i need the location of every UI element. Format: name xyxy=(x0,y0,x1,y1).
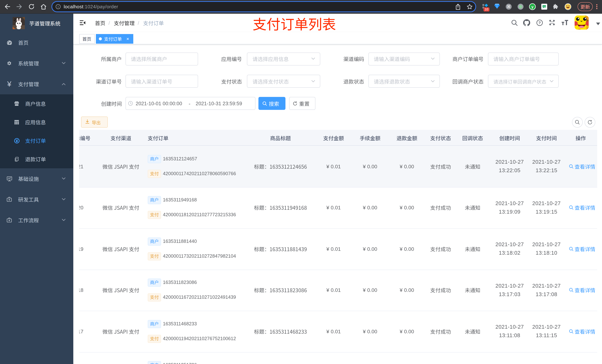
svg-text:⌘: ⌘ xyxy=(507,5,511,9)
svg-text:?: ? xyxy=(538,20,541,25)
svg-text:y: y xyxy=(531,5,534,9)
